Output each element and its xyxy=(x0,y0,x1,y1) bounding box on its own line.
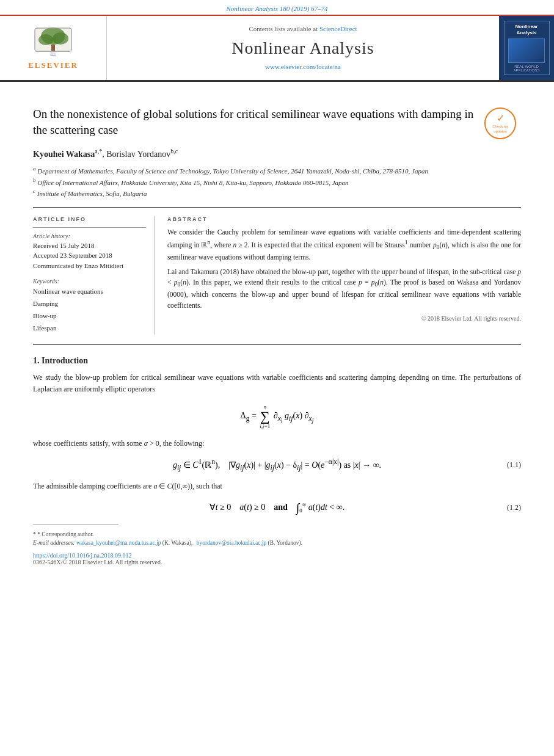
footnote-star: * * Corresponding author. xyxy=(33,530,521,539)
intro-separator xyxy=(33,344,521,345)
affiliation-2: b Office of International Affairs, Hokka… xyxy=(33,176,521,187)
check-updates-badge: ✓ Check forupdates xyxy=(484,107,521,139)
abstract-paragraph-1: We consider the Cauchy problem for semil… xyxy=(167,227,521,263)
equation-1-2: ∀t ≥ 0 a(t) ≥ 0 and ∫0∞ a(t)dt < ∞. xyxy=(210,503,345,512)
section-number: 1. xyxy=(33,356,40,365)
authors-line: Kyouhei Wakasaa,*, Borislav Yordanovb,c xyxy=(33,148,521,159)
summation-symbol: n ∑ i,j=1 xyxy=(260,404,270,429)
corresponding-author-text: * Corresponding author. xyxy=(37,531,93,537)
abstract-text: We consider the Cauchy problem for semil… xyxy=(167,227,521,311)
abstract-header: ABSTRACT xyxy=(167,216,521,222)
article-info-col: ARTICLE INFO Article history: Received 1… xyxy=(33,216,155,335)
check-updates-icon: ✓ xyxy=(497,112,505,125)
cover-title-text: NonlinearAnalysis xyxy=(507,24,547,37)
sciencedirect-line: Contents lists available at ScienceDirec… xyxy=(249,25,357,32)
section-title: 1. Introduction xyxy=(33,356,521,366)
doi-line[interactable]: https://doi.org/10.1016/j.na.2018.09.012 xyxy=(33,552,521,559)
eq-number-1-2: (1.2) xyxy=(507,503,521,512)
email2-link[interactable]: byordanov@oia.hokudai.ac.jp xyxy=(197,540,267,546)
issn-text: 0362-546X/© 2018 Elsevier Ltd. All right… xyxy=(33,559,162,565)
footnote-block: * * Corresponding author. E-mail address… xyxy=(33,530,521,548)
journal-url[interactable]: www.elsevier.com/locate/na xyxy=(265,63,341,70)
keyword-2: Damping xyxy=(33,298,146,310)
section-title-text: Introduction xyxy=(42,356,88,365)
svg-point-4 xyxy=(53,32,68,45)
intro-paragraph-3: The admissible damping coefficients are … xyxy=(33,481,521,492)
svg-text:📖: 📖 xyxy=(50,51,56,57)
affiliation-1-text: Department of Mathematics, Faculty of Sc… xyxy=(37,167,428,175)
doi-text: https://doi.org/10.1016/j.na.2018.09.012 xyxy=(33,552,131,559)
page: Nonlinear Analysis 180 (2019) 67–74 🌿 📖 … xyxy=(0,0,554,756)
journal-title-main: Nonlinear Analysis xyxy=(231,38,374,58)
abstract-col: ABSTRACT We consider the Cauchy problem … xyxy=(167,216,521,335)
footnote-separator xyxy=(33,525,118,525)
contents-text: Contents lists available at xyxy=(249,25,318,32)
equation-1-1: gij ∈ C1(ℝn), |∇gij(x)| + |gij(x) − δij|… xyxy=(173,460,381,470)
affiliation-block: a Department of Mathematics, Faculty of … xyxy=(33,165,521,198)
cover-graphic-icon xyxy=(508,38,545,63)
received-date: Received 15 July 2018 xyxy=(33,241,146,251)
affiliation-2-text: Office of International Affairs, Hokkaid… xyxy=(37,178,348,186)
equation-1-1-block: gij ∈ C1(ℝn), |∇gij(x)| + |gij(x) − δij|… xyxy=(33,458,521,471)
keyword-3: Blow-up xyxy=(33,310,146,322)
equation-1-2-block: ∀t ≥ 0 a(t) ≥ 0 and ∫0∞ a(t)dt < ∞. (1.2… xyxy=(33,501,521,515)
article-area: On the nonexistence of global solutions … xyxy=(0,82,554,566)
article-info-header: ARTICLE INFO xyxy=(33,216,146,222)
elsevier-logo-block: 🌿 📖 ELSEVIER xyxy=(0,16,107,80)
svg-point-3 xyxy=(38,34,53,45)
cover-subtitle: REAL WORLDAPPLICATIONS xyxy=(507,65,547,72)
svg-rect-5 xyxy=(51,45,55,51)
sum-lower: i,j=1 xyxy=(260,423,270,429)
affiliation-1: a Department of Mathematics, Faculty of … xyxy=(33,165,521,176)
introduction-section: 1. Introduction We study the blow-up pro… xyxy=(33,356,521,515)
affiliation-3-text: Institute of Mathematics, Sofia, Bulgari… xyxy=(37,189,147,197)
author2-name: , Borislav Yordanov xyxy=(102,149,170,158)
two-col-section: ARTICLE INFO Article history: Received 1… xyxy=(33,216,521,335)
journal-center-block: Contents lists available at ScienceDirec… xyxy=(107,16,499,80)
accepted-date: Accepted 23 September 2018 xyxy=(33,250,146,261)
keyword-1: Nonlinear wave equations xyxy=(33,286,146,298)
email1-link[interactable]: wakasa_kyouhei@ma.noda.tus.ac.jp xyxy=(76,540,161,546)
author2-sup: b,c xyxy=(170,148,178,154)
affil-sup-a: a xyxy=(33,165,36,172)
journal-citation: Nonlinear Analysis 180 (2019) 67–74 xyxy=(226,5,327,12)
journal-top-bar: Nonlinear Analysis 180 (2019) 67–74 xyxy=(0,0,554,16)
eq-number-1-1: (1.1) xyxy=(507,460,521,470)
intro-p3-text: The admissible damping coefficients are … xyxy=(33,481,521,492)
intro-p1-text: We study the blow-up problem for critica… xyxy=(33,372,521,395)
keywords-label: Keywords: xyxy=(33,278,146,285)
check-updates-circle: ✓ Check forupdates xyxy=(484,107,516,139)
email-line: E-mail addresses: wakasa_kyouhei@ma.noda… xyxy=(33,539,521,547)
affil-sup-b: b xyxy=(33,177,36,183)
author1-sup: a,* xyxy=(95,148,102,154)
article-title-row: On the nonexistence of global solutions … xyxy=(33,106,521,139)
article-title-text: On the nonexistence of global solutions … xyxy=(33,106,475,139)
sigma-icon: ∑ xyxy=(260,410,270,423)
email2-author: (B. Yordanov). xyxy=(268,540,302,546)
elsevier-tree-icon: 🌿 📖 xyxy=(29,25,78,59)
elsevier-brand-text: ELSEVIER xyxy=(28,60,78,70)
email-label: E-mail addresses: xyxy=(33,540,76,546)
communicated-by: Communicated by Enzo Mitidieri xyxy=(33,261,146,271)
email1-author: (K. Wakasa), xyxy=(162,540,192,546)
keyword-4: Lifespan xyxy=(33,322,146,335)
affiliation-3: c Institute of Mathematics, Sofia, Bulga… xyxy=(33,187,521,198)
abstract-paragraph-2: Lai and Takamura (2018) have obtained th… xyxy=(167,267,521,312)
history-label: Article history: xyxy=(33,233,146,239)
delta-equation: Δg = n ∑ i,j=1 ∂xi gij(x) ∂xj xyxy=(241,411,314,420)
journal-cover-inner: NonlinearAnalysis REAL WORLDAPPLICATIONS xyxy=(504,21,550,75)
intro-paragraph-2: whose coefficients satisfy, with some α … xyxy=(33,438,521,449)
issn-line: 0362-546X/© 2018 Elsevier Ltd. All right… xyxy=(33,559,521,565)
check-updates-label: Check forupdates xyxy=(492,125,508,134)
affil-sup-c: c xyxy=(33,188,35,194)
intro-paragraph-1: We study the blow-up problem for critica… xyxy=(33,372,521,395)
section-separator xyxy=(33,207,521,208)
sciencedirect-link[interactable]: ScienceDirect xyxy=(319,25,357,32)
intro-p2-text: whose coefficients satisfy, with some α … xyxy=(33,438,521,449)
journal-cover-block: NonlinearAnalysis REAL WORLDAPPLICATIONS xyxy=(499,16,554,80)
delta-equation-block: Δg = n ∑ i,j=1 ∂xi gij(x) ∂xj xyxy=(33,404,521,429)
header-section: 🌿 📖 ELSEVIER Contents lists available at… xyxy=(0,16,554,82)
copyright-line: © 2018 Elsevier Ltd. All rights reserved… xyxy=(167,315,521,322)
author1-name: Kyouhei Wakasa xyxy=(33,149,95,158)
